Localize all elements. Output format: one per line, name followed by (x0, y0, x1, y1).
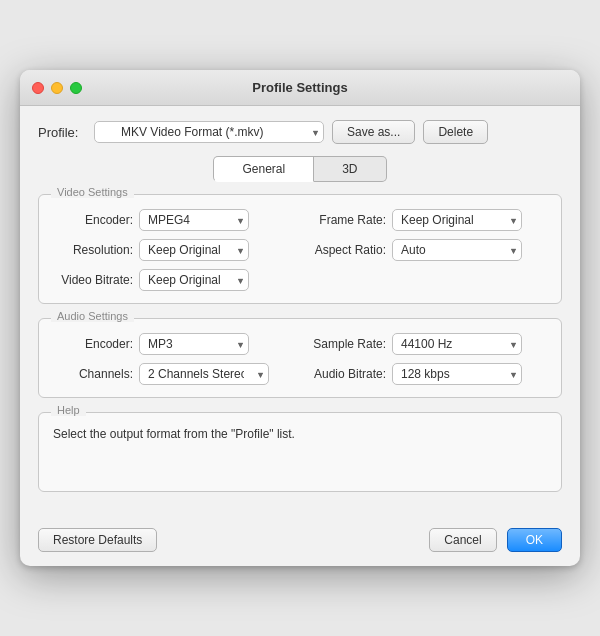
footer: Restore Defaults Cancel OK (20, 520, 580, 566)
encoder-select-wrapper: MPEG4 ▾ (139, 209, 249, 231)
audio-settings-title: Audio Settings (51, 310, 134, 322)
ok-button[interactable]: OK (507, 528, 562, 552)
video-settings-title: Video Settings (51, 186, 134, 198)
encoder-select[interactable]: MPEG4 (139, 209, 249, 231)
audio-settings-section: Audio Settings Encoder: MP3 ▾ Sample Rat… (38, 318, 562, 398)
help-text: Select the output format from the "Profi… (53, 427, 547, 441)
video-settings-section: Video Settings Encoder: MPEG4 ▾ Frame Ra… (38, 194, 562, 304)
cancel-button[interactable]: Cancel (429, 528, 496, 552)
profile-row: Profile: MKV MKV Video Format (*.mkv) ▾ … (38, 120, 562, 144)
main-content: Profile: MKV MKV Video Format (*.mkv) ▾ … (20, 106, 580, 520)
audio-bitrate-select-wrapper: 128 kbps ▾ (392, 363, 522, 385)
save-as-button[interactable]: Save as... (332, 120, 415, 144)
sample-rate-label: Sample Rate: (306, 337, 386, 351)
sample-rate-select[interactable]: 44100 Hz (392, 333, 522, 355)
resolution-select[interactable]: Keep Original (139, 239, 249, 261)
aspect-ratio-select[interactable]: Auto (392, 239, 522, 261)
channels-field-row: Channels: 2 Channels Stereo ▾ (53, 363, 294, 385)
audio-encoder-select-wrapper: MP3 ▾ (139, 333, 249, 355)
frame-rate-label: Frame Rate: (306, 213, 386, 227)
footer-right-buttons: Cancel OK (429, 528, 562, 552)
sample-rate-select-wrapper: 44100 Hz ▾ (392, 333, 522, 355)
audio-bitrate-label: Audio Bitrate: (306, 367, 386, 381)
audio-bitrate-select[interactable]: 128 kbps (392, 363, 522, 385)
help-section-title: Help (51, 404, 86, 416)
frame-rate-select-wrapper: Keep Original ▾ (392, 209, 522, 231)
channels-select-wrapper: 2 Channels Stereo ▾ (139, 363, 269, 385)
profile-settings-window: Profile Settings Profile: MKV MKV Video … (20, 70, 580, 566)
profile-select[interactable]: MKV Video Format (*.mkv) (94, 121, 324, 143)
audio-settings-grid: Encoder: MP3 ▾ Sample Rate: 44100 Hz (53, 333, 547, 385)
profile-select-wrapper: MKV MKV Video Format (*.mkv) ▾ (94, 121, 324, 143)
video-bitrate-field-row: Video Bitrate: Keep Original ▾ (53, 269, 294, 291)
video-bitrate-select-wrapper: Keep Original ▾ (139, 269, 249, 291)
audio-encoder-field-row: Encoder: MP3 ▾ (53, 333, 294, 355)
encoder-field-row: Encoder: MPEG4 ▾ (53, 209, 294, 231)
resolution-label: Resolution: (53, 243, 133, 257)
encoder-label: Encoder: (53, 213, 133, 227)
maximize-button[interactable] (70, 82, 82, 94)
profile-label: Profile: (38, 125, 86, 140)
tabs-row: General 3D (38, 156, 562, 182)
audio-encoder-label: Encoder: (53, 337, 133, 351)
aspect-ratio-field-row: Aspect Ratio: Auto ▾ (306, 239, 547, 261)
frame-rate-field-row: Frame Rate: Keep Original ▾ (306, 209, 547, 231)
titlebar: Profile Settings (20, 70, 580, 106)
audio-bitrate-field-row: Audio Bitrate: 128 kbps ▾ (306, 363, 547, 385)
channels-label: Channels: (53, 367, 133, 381)
resolution-select-wrapper: Keep Original ▾ (139, 239, 249, 261)
video-settings-grid: Encoder: MPEG4 ▾ Frame Rate: Keep Origin… (53, 209, 547, 291)
resolution-field-row: Resolution: Keep Original ▾ (53, 239, 294, 261)
close-button[interactable] (32, 82, 44, 94)
restore-defaults-button[interactable]: Restore Defaults (38, 528, 157, 552)
delete-button[interactable]: Delete (423, 120, 488, 144)
aspect-ratio-label: Aspect Ratio: (306, 243, 386, 257)
channels-select[interactable]: 2 Channels Stereo (139, 363, 269, 385)
audio-encoder-select[interactable]: MP3 (139, 333, 249, 355)
frame-rate-select[interactable]: Keep Original (392, 209, 522, 231)
help-section: Help Select the output format from the "… (38, 412, 562, 492)
tab-3d[interactable]: 3D (314, 156, 386, 182)
window-title: Profile Settings (252, 80, 347, 95)
tab-general[interactable]: General (213, 156, 314, 182)
video-bitrate-label: Video Bitrate: (53, 273, 133, 287)
video-bitrate-select[interactable]: Keep Original (139, 269, 249, 291)
traffic-lights (32, 82, 82, 94)
aspect-ratio-select-wrapper: Auto ▾ (392, 239, 522, 261)
minimize-button[interactable] (51, 82, 63, 94)
sample-rate-field-row: Sample Rate: 44100 Hz ▾ (306, 333, 547, 355)
